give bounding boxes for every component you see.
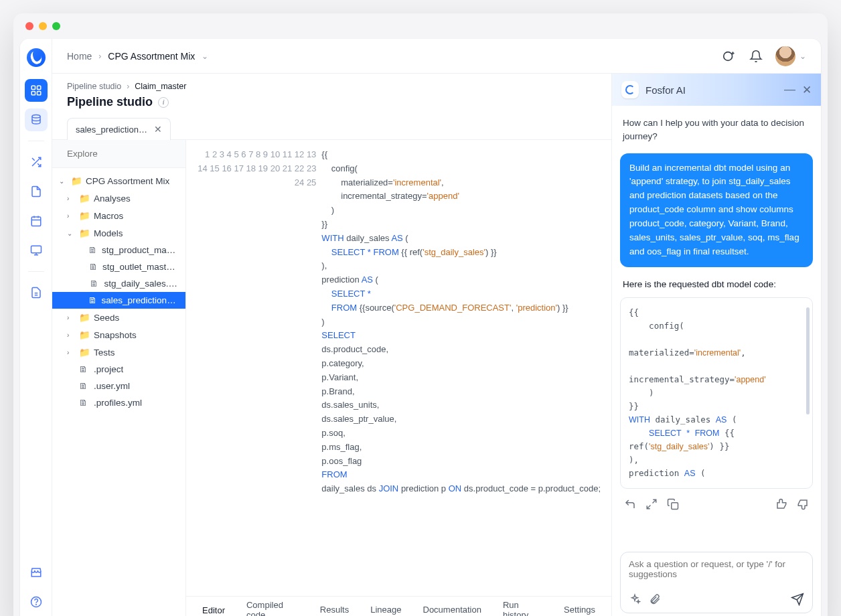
ai-title: Fosfor AI xyxy=(645,84,777,96)
nav-store[interactable] xyxy=(25,561,48,584)
ai-input[interactable] xyxy=(620,552,813,613)
nav-file[interactable] xyxy=(25,281,48,304)
expand-icon[interactable] xyxy=(645,498,658,510)
studio-left: Pipeline studio › Claim_master Pipeline … xyxy=(52,74,612,616)
ai-textarea[interactable] xyxy=(629,559,804,586)
svg-point-15 xyxy=(35,604,36,605)
nav-rail xyxy=(20,39,52,616)
tree-models[interactable]: ⌄📁Models xyxy=(52,224,185,242)
ai-response-label: Here is the requested dbt model code: xyxy=(623,279,810,289)
explore-bar xyxy=(52,140,185,168)
tree-profilesyml[interactable]: 🗎.profiles.yml xyxy=(52,394,185,411)
tree-useryml[interactable]: 🗎.user.yml xyxy=(52,378,185,394)
bottom-tab-run-history[interactable]: Run history xyxy=(492,597,553,616)
undo-icon[interactable] xyxy=(624,498,636,510)
svg-point-16 xyxy=(724,52,733,60)
tree-file[interactable]: 🗎stg_daily_sales.sql xyxy=(52,275,185,292)
minimize-window[interactable] xyxy=(39,22,47,30)
breadcrumb-studio: Pipeline studio › Claim_master xyxy=(67,82,597,91)
file-explorer: ⌄📁CPG Assortment Mix ›📁Analyses ›📁Macros… xyxy=(52,140,186,616)
svg-line-21 xyxy=(653,499,656,503)
breadcrumb-home[interactable]: Home xyxy=(67,51,92,62)
svg-rect-2 xyxy=(31,92,35,95)
tree-snapshots[interactable]: ›📁Snapshots xyxy=(52,326,185,343)
ai-code-actions xyxy=(620,495,813,513)
maximize-window[interactable] xyxy=(52,22,60,30)
nav-database[interactable] xyxy=(25,108,48,131)
info-icon[interactable]: i xyxy=(158,97,169,108)
minimize-icon[interactable]: — xyxy=(784,83,795,96)
ai-sparkle-icon[interactable] xyxy=(722,49,737,64)
thumbs-down-icon[interactable] xyxy=(797,498,809,510)
ai-logo xyxy=(621,81,639,98)
studio-header: Pipeline studio › Claim_master Pipeline … xyxy=(52,74,611,140)
ai-code[interactable]: {{ config( materialized='incremental', i… xyxy=(629,306,804,480)
bell-icon[interactable] xyxy=(749,49,763,64)
bottom-tab-compiled-code[interactable]: Compiled code xyxy=(236,597,309,616)
bottom-tab-documentation[interactable]: Documentation xyxy=(412,597,492,616)
svg-rect-5 xyxy=(31,217,41,226)
ai-code-block: {{ config( materialized='incremental', i… xyxy=(620,297,813,489)
studio-body: ⌄📁CPG Assortment Mix ›📁Analyses ›📁Macros… xyxy=(52,140,611,616)
nav-shuffle[interactable] xyxy=(25,151,48,173)
avatar xyxy=(775,46,795,66)
ai-greeting: How can I help you with your data to dec… xyxy=(620,114,813,147)
code-area[interactable]: 1 2 3 4 5 6 7 8 9 10 11 12 13 14 15 16 1… xyxy=(186,140,611,596)
sparkle-icon[interactable] xyxy=(629,593,641,605)
rail-divider xyxy=(28,141,44,141)
nav-help[interactable] xyxy=(25,591,48,613)
user-message: Build an incremental dbt model using an … xyxy=(620,153,813,267)
close-window[interactable] xyxy=(25,22,33,30)
ai-input-wrap xyxy=(612,545,821,616)
crumb-pipeline-studio[interactable]: Pipeline studio xyxy=(67,82,121,91)
nav-dashboard[interactable] xyxy=(25,79,48,102)
copy-icon[interactable] xyxy=(667,498,679,510)
file-tabs: sales_prediction… ✕ xyxy=(67,117,597,139)
bottom-tab-editor[interactable]: Editor xyxy=(192,597,236,616)
tree-analyses[interactable]: ›📁Analyses xyxy=(52,189,185,207)
code-body[interactable]: {{ config( materialized='incremental', i… xyxy=(321,148,611,588)
tree-file-selected[interactable]: 🗎sales_prediction_prec… xyxy=(52,292,185,309)
close-tab-icon[interactable]: ✕ xyxy=(154,124,162,135)
file-tab-label: sales_prediction… xyxy=(76,125,147,135)
page-title-text: Pipeline studio xyxy=(67,95,153,109)
close-icon[interactable]: ✕ xyxy=(802,83,812,97)
studio-area: Pipeline studio › Claim_master Pipeline … xyxy=(52,74,821,616)
chevron-down-icon[interactable]: ⌄ xyxy=(202,52,208,61)
tree-seeds[interactable]: ›📁Seeds xyxy=(52,309,185,326)
bottom-tab-settings[interactable]: Settings xyxy=(553,597,606,616)
chevron-down-icon: ⌄ xyxy=(799,52,806,61)
user-menu[interactable]: ⌄ xyxy=(775,46,806,66)
bottom-tab-lineage[interactable]: Lineage xyxy=(360,597,412,616)
explore-input[interactable] xyxy=(67,149,180,159)
svg-rect-9 xyxy=(31,246,41,253)
tree-file[interactable]: 🗎stg_outlet_master.sql xyxy=(52,258,185,275)
nav-document[interactable] xyxy=(25,180,48,203)
tree-tests[interactable]: ›📁Tests xyxy=(52,343,185,361)
attach-icon[interactable] xyxy=(649,593,661,605)
tree-root[interactable]: ⌄📁CPG Assortment Mix xyxy=(52,172,185,189)
bottom-tab-results[interactable]: Results xyxy=(309,597,360,616)
thumbs-up-icon[interactable] xyxy=(775,498,787,510)
crumb-claim-master[interactable]: Claim_master xyxy=(135,82,186,91)
topbar: Home › CPG Assortment Mix ⌄ ⌄ xyxy=(52,39,821,74)
svg-rect-1 xyxy=(37,86,40,89)
scrollbar[interactable] xyxy=(806,307,810,414)
svg-line-22 xyxy=(647,505,650,508)
nav-monitor[interactable] xyxy=(25,239,48,262)
tree-file[interactable]: 🗎stg_product_master.sql xyxy=(52,242,185,258)
breadcrumb-top: Home › CPG Assortment Mix ⌄ xyxy=(67,51,208,62)
code-editor[interactable]: 1 2 3 4 5 6 7 8 9 10 11 12 13 14 15 16 1… xyxy=(186,140,611,616)
tree-macros[interactable]: ›📁Macros xyxy=(52,207,185,224)
ai-body: How can I help you with your data to dec… xyxy=(612,106,821,545)
nav-calendar[interactable] xyxy=(25,210,48,232)
send-icon[interactable] xyxy=(791,593,804,606)
file-tree: ⌄📁CPG Assortment Mix ›📁Analyses ›📁Macros… xyxy=(52,168,185,616)
line-gutter: 1 2 3 4 5 6 7 8 9 10 11 12 13 14 15 16 1… xyxy=(186,148,321,588)
svg-rect-3 xyxy=(37,92,40,95)
breadcrumb-project[interactable]: CPG Assortment Mix xyxy=(108,51,195,62)
chevron-right-icon: › xyxy=(98,52,101,61)
file-tab[interactable]: sales_prediction… ✕ xyxy=(67,118,171,140)
tree-project[interactable]: 🗎.project xyxy=(52,361,185,378)
ai-header: Fosfor AI — ✕ xyxy=(612,74,821,106)
